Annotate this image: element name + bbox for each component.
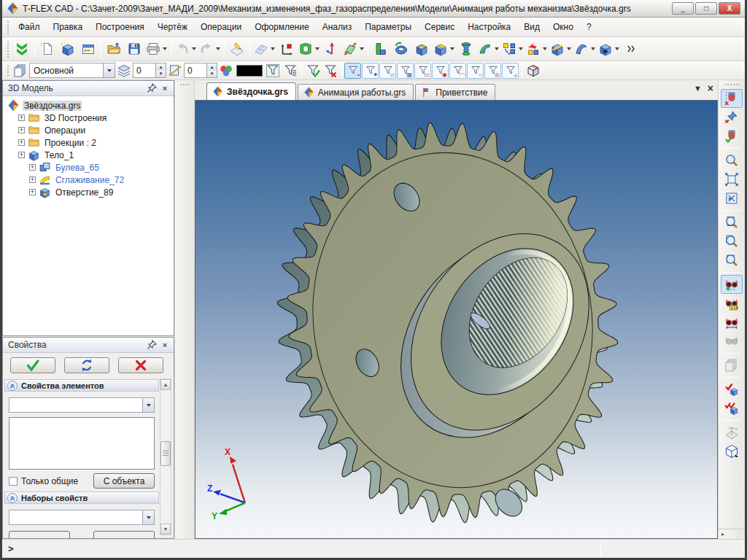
save-button[interactable] <box>124 39 144 59</box>
new-document-button[interactable] <box>37 39 58 59</box>
chevron-down-icon[interactable] <box>216 47 220 50</box>
chevron-down-icon[interactable] <box>271 47 275 50</box>
section-button[interactable] <box>549 39 573 59</box>
close-button[interactable]: X <box>719 2 740 15</box>
pin-icon[interactable] <box>146 340 158 351</box>
current-color-swatch[interactable] <box>236 65 263 77</box>
level-spinner[interactable]: 0▲▼ <box>184 63 217 78</box>
layers-button[interactable] <box>115 63 133 79</box>
tab-list-dropdown[interactable]: ▼ <box>694 85 702 93</box>
tab-Приветствие[interactable]: Приветствие <box>415 84 495 100</box>
filter-profiles[interactable]: ▭ <box>414 63 431 79</box>
minimize-button[interactable]: _ <box>672 2 694 15</box>
tab-close-button[interactable]: × <box>708 85 713 93</box>
close-icon[interactable]: × <box>159 83 171 94</box>
expand-plus-icon[interactable]: + <box>29 189 36 195</box>
expand-plus-icon[interactable]: + <box>18 139 25 146</box>
tree-node-label[interactable]: Сглаживание_72 <box>54 175 125 185</box>
new-3d-document-button[interactable] <box>58 39 78 59</box>
pin-icon[interactable] <box>146 83 158 94</box>
chevron-down-icon[interactable] <box>142 398 154 412</box>
refresh-button[interactable] <box>64 357 109 373</box>
apply-button[interactable] <box>10 357 55 373</box>
blend-button[interactable] <box>432 39 456 59</box>
workplane-button[interactable] <box>252 39 276 59</box>
filter-edges[interactable]: ○ <box>467 63 484 79</box>
view-toolbar-grip[interactable] <box>724 83 740 87</box>
regenerate-button[interactable] <box>721 380 743 399</box>
section-element-properties[interactable]: Свойства элементов <box>4 379 159 392</box>
only-common-checkbox[interactable] <box>9 477 18 486</box>
filter-arcs[interactable]: ◠ <box>449 63 466 79</box>
page-browse-button[interactable] <box>721 356 743 375</box>
regenerate-all-button[interactable] <box>721 399 743 418</box>
toolbar-params-grip[interactable] <box>6 64 9 77</box>
coordinate-point-button[interactable] <box>276 39 297 59</box>
tree-node-label[interactable]: Операции <box>43 125 87 136</box>
filter-faces[interactable]: ◎ <box>484 63 501 79</box>
filter-points[interactable]: • <box>344 63 361 79</box>
expand-plus-icon[interactable]: + <box>29 164 36 171</box>
tab-Звёздочка.grs[interactable]: Звёздочка.grs <box>206 82 296 100</box>
menu-6[interactable]: Оформление <box>248 19 315 35</box>
menu-4[interactable]: Чертёж <box>151 19 194 35</box>
chevron-down-icon[interactable] <box>591 47 595 50</box>
display-mode-button[interactable] <box>721 442 743 461</box>
filter-clear-button[interactable] <box>322 63 339 79</box>
tree-node[interactable]: +3D Построения <box>3 112 174 124</box>
tab-Анимация-работы.grs[interactable]: Анимация работы.grs <box>298 84 414 100</box>
loft-button[interactable] <box>456 39 476 59</box>
filter-apply-button[interactable] <box>304 63 322 79</box>
properties-scrollbar[interactable]: ▲ ▼ <box>160 378 171 535</box>
show-levels-button[interactable]: 110 <box>721 294 743 313</box>
rotate-workplane-button[interactable] <box>721 423 743 442</box>
chevron-down-icon[interactable] <box>315 47 320 50</box>
section-property-sets[interactable]: Наборы свойств <box>4 491 159 504</box>
spin-down-icon[interactable]: ▼ <box>207 71 217 78</box>
chevron-down-icon[interactable] <box>519 47 523 50</box>
filter-bodies[interactable]: ▵ <box>502 63 519 79</box>
properties-list[interactable] <box>9 417 155 470</box>
chevron-down-icon[interactable] <box>567 47 571 50</box>
level-button[interactable] <box>166 63 184 79</box>
profile-button[interactable] <box>297 39 321 59</box>
undo-button[interactable] <box>174 39 198 59</box>
zoom-fit-button[interactable] <box>721 189 743 208</box>
extrusion-button[interactable] <box>371 39 391 59</box>
menu-11[interactable]: Вид <box>517 19 546 35</box>
rotation-button[interactable] <box>391 39 411 59</box>
menu-1[interactable]: Файл <box>12 19 47 35</box>
menu-3[interactable]: Построения <box>89 19 151 35</box>
menu-5[interactable]: Операции <box>194 19 248 35</box>
sketch-button[interactable] <box>227 39 247 59</box>
object-snap-toggle[interactable] <box>721 89 743 108</box>
tree-node[interactable]: +Булева_65 <box>3 161 174 174</box>
toolbar-overflow-button[interactable] <box>621 39 641 59</box>
chevron-down-icon[interactable] <box>142 510 154 524</box>
dock-strip-grip[interactable] <box>179 83 190 87</box>
view-toolbar-overflow[interactable]: ▸⋰ <box>719 529 745 539</box>
element-properties-combo[interactable] <box>9 397 155 413</box>
color-palette-button[interactable] <box>217 63 235 79</box>
tree-node[interactable]: +Тело_1 <box>3 149 174 161</box>
zoom-window-button[interactable] <box>721 151 743 170</box>
close-icon[interactable]: × <box>159 340 171 351</box>
snap-pin-button[interactable] <box>721 108 743 127</box>
tree-node-label[interactable]: Отверстие_89 <box>54 187 115 198</box>
hole-button[interactable] <box>597 39 621 59</box>
chevron-down-icon[interactable] <box>615 47 619 50</box>
spin-down-icon[interactable]: ▼ <box>156 71 166 78</box>
tree-node[interactable]: +Операции <box>3 124 174 136</box>
copy-button[interactable] <box>500 39 525 59</box>
filter-planes[interactable]: ▱ <box>379 63 396 79</box>
spin-up-icon[interactable]: ▲ <box>207 63 217 71</box>
page-combo[interactable]: Основной <box>29 63 115 78</box>
chevron-down-icon[interactable] <box>163 47 167 50</box>
zoom-page-button[interactable] <box>721 213 743 232</box>
full-regenerate-button[interactable] <box>12 39 32 59</box>
move-button[interactable] <box>525 39 549 59</box>
filter-list-button[interactable] <box>282 63 299 79</box>
show-hidden-button[interactable] <box>721 332 743 351</box>
menu-2[interactable]: Правка <box>47 19 90 35</box>
3d-viewport[interactable]: XZY <box>195 100 718 539</box>
